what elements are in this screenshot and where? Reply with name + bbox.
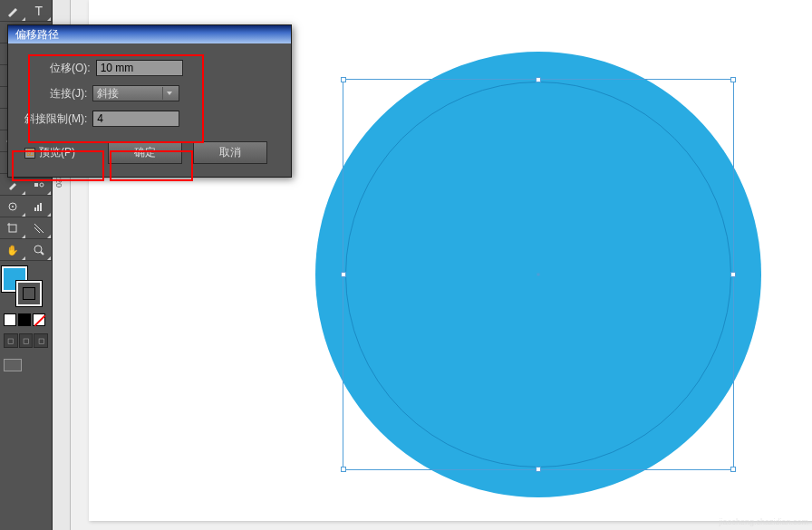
color-swatches — [0, 265, 52, 310]
svg-point-28 — [34, 246, 42, 253]
tool-zoom[interactable] — [26, 239, 53, 261]
offset-label: 位移(O): — [50, 61, 91, 76]
color-mode-color[interactable] — [4, 313, 16, 326]
join-select-value: 斜接 — [97, 86, 119, 101]
svg-rect-18 — [34, 183, 38, 187]
draw-inside[interactable]: ◻ — [34, 333, 48, 348]
join-select[interactable]: 斜接 — [92, 85, 179, 101]
svg-rect-25 — [9, 225, 16, 232]
draw-behind[interactable]: ◻ — [19, 333, 34, 348]
cancel-button[interactable]: 取消 — [193, 141, 267, 164]
tool-slice[interactable] — [26, 217, 53, 239]
dialog-title[interactable]: 偏移路径 — [8, 25, 291, 43]
watermark: 查字典 | 教程网 jiaocheng.chazidian.com — [719, 505, 808, 528]
tool-hand[interactable]: ✋ — [0, 239, 26, 261]
svg-point-19 — [40, 183, 44, 187]
preview-label: 预览(P) — [39, 145, 75, 160]
stroke-color-swatch[interactable] — [16, 281, 42, 306]
selection-center — [537, 274, 540, 276]
screen-mode[interactable] — [0, 355, 52, 375]
ok-button[interactable]: 确定 — [108, 141, 182, 164]
selection-handle-tr[interactable] — [730, 77, 736, 82]
offset-path-dialog: 偏移路径 位移(O): 连接(J): 斜接 斜接限制(M): ☑ — [7, 24, 292, 178]
miter-input[interactable] — [92, 111, 179, 127]
preview-checkbox[interactable]: ☑ — [24, 148, 35, 159]
selection-handle-ml[interactable] — [341, 272, 346, 277]
color-mode-none[interactable] — [33, 313, 45, 326]
selection-handle-bl[interactable] — [341, 467, 346, 472]
tool-graph[interactable] — [26, 196, 53, 217]
draw-mode-row: ◻ ◻ ◻ — [0, 332, 52, 350]
tool-type[interactable]: T — [26, 0, 53, 22]
svg-rect-22 — [34, 207, 36, 211]
selection-handle-mr[interactable] — [730, 272, 736, 277]
miter-label: 斜接限制(M): — [24, 111, 87, 127]
selection-handle-bc[interactable] — [536, 467, 541, 472]
selection-handle-tc[interactable] — [536, 77, 541, 82]
svg-line-29 — [41, 252, 44, 255]
selection-handle-br[interactable] — [730, 467, 736, 472]
watermark-line1: 查字典 | 教程网 — [719, 505, 808, 517]
selection-handle-tl[interactable] — [341, 77, 346, 82]
tool-pen[interactable] — [0, 0, 26, 22]
svg-rect-24 — [40, 203, 42, 211]
svg-point-21 — [12, 206, 14, 207]
join-label: 连接(J): — [50, 86, 87, 101]
preview-checkbox-row[interactable]: ☑ 预览(P) — [24, 145, 75, 160]
tool-artboard[interactable] — [0, 217, 26, 239]
offset-input[interactable] — [96, 60, 183, 76]
tool-symbol[interactable] — [0, 196, 26, 217]
selection-bounding-box[interactable] — [343, 79, 734, 470]
color-mode-row — [0, 310, 52, 330]
watermark-line2: jiaocheng.chazidian.com — [719, 517, 808, 528]
chevron-down-icon — [162, 87, 175, 100]
color-mode-gradient[interactable] — [18, 313, 31, 326]
draw-normal[interactable]: ◻ — [4, 333, 18, 348]
svg-rect-23 — [37, 205, 39, 211]
